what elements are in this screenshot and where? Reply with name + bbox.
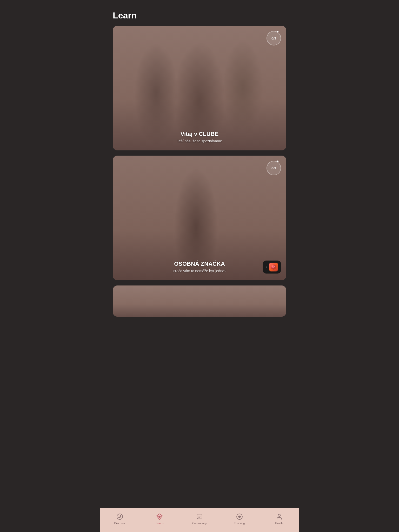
page-title: Learn: [113, 10, 286, 21]
progress-text-2: 0/3: [271, 166, 276, 170]
card-background-3: [113, 285, 286, 317]
nav-label-profile: Profile: [275, 522, 283, 525]
progress-badge-2: 0/3: [267, 161, 281, 175]
progress-dot-1: [277, 31, 278, 32]
profile-icon: [276, 513, 283, 520]
bottom-nav: Discover Learn Community: [100, 508, 299, 532]
page-wrapper: Learn 0/3 Vitaj v CLUBE Teší nás, že ta …: [100, 0, 299, 343]
nav-label-tracking: Tracking: [234, 522, 245, 525]
card-title-2: OSOBNÁ ZNAČKA: [118, 261, 281, 267]
card-title-1: Vitaj v CLUBE: [118, 131, 281, 137]
svg-point-2: [117, 514, 123, 520]
chevron-left-icon: ‹: [266, 265, 267, 269]
nav-item-tracking[interactable]: Tracking: [220, 511, 260, 527]
cards-container: 0/3 Vitaj v CLUBE Teší nás, že ta spozná…: [100, 26, 299, 317]
svg-point-4: [159, 516, 161, 518]
nav-label-community: Community: [192, 522, 207, 525]
card-subtitle-1: Teší nás, že ta spoznávame: [118, 139, 281, 143]
nav-label-discover: Discover: [114, 522, 125, 525]
svg-point-9: [278, 514, 281, 516]
progress-text-1: 0/3: [271, 36, 276, 40]
nav-item-learn[interactable]: Learn: [140, 511, 180, 527]
svg-text:P: P: [272, 265, 275, 269]
app-icon: P: [269, 263, 278, 271]
learn-card-3[interactable]: [113, 285, 286, 317]
page-header: Learn: [100, 0, 299, 26]
card-content-1: Vitaj v CLUBE Teší nás, že ta spoznávame: [113, 125, 286, 150]
svg-marker-3: [118, 515, 121, 518]
card-content-2: OSOBNÁ ZNAČKA Prečo vám to nemôže byť je…: [113, 255, 286, 280]
tracking-icon: [236, 513, 243, 520]
progress-badge-1: 0/3: [267, 31, 281, 45]
svg-point-8: [239, 516, 240, 517]
chat-icon: [196, 513, 203, 520]
notification-bubble[interactable]: ‹ P: [263, 261, 281, 274]
nav-item-community[interactable]: Community: [179, 511, 220, 527]
card-subtitle-2: Prečo vám to nemôže byť jedno?: [118, 269, 281, 273]
diamond-icon: [156, 513, 163, 520]
compass-icon: [116, 513, 123, 520]
learn-card-2[interactable]: 0/3 OSOBNÁ ZNAČKA Prečo vám to nemôže by…: [113, 156, 286, 280]
nav-item-discover[interactable]: Discover: [100, 511, 140, 527]
learn-card-1[interactable]: 0/3 Vitaj v CLUBE Teší nás, že ta spozná…: [113, 26, 286, 150]
progress-dot-2: [277, 161, 278, 162]
nav-item-profile[interactable]: Profile: [259, 511, 299, 527]
nav-label-learn: Learn: [156, 522, 163, 525]
